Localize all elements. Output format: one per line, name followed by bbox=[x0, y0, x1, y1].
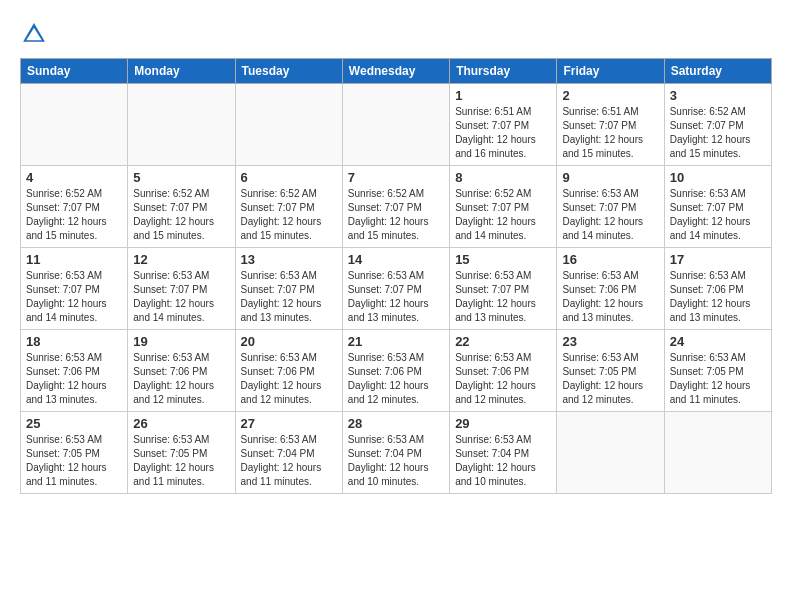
calendar-day-cell: 29Sunrise: 6:53 AM Sunset: 7:04 PM Dayli… bbox=[450, 412, 557, 494]
calendar-day-cell: 9Sunrise: 6:53 AM Sunset: 7:07 PM Daylig… bbox=[557, 166, 664, 248]
calendar-day-cell: 25Sunrise: 6:53 AM Sunset: 7:05 PM Dayli… bbox=[21, 412, 128, 494]
calendar-day-cell: 27Sunrise: 6:53 AM Sunset: 7:04 PM Dayli… bbox=[235, 412, 342, 494]
header-friday: Friday bbox=[557, 59, 664, 84]
day-number: 10 bbox=[670, 170, 766, 185]
calendar-day-cell: 2Sunrise: 6:51 AM Sunset: 7:07 PM Daylig… bbox=[557, 84, 664, 166]
day-info: Sunrise: 6:53 AM Sunset: 7:07 PM Dayligh… bbox=[133, 269, 229, 325]
calendar-day-cell bbox=[557, 412, 664, 494]
day-number: 9 bbox=[562, 170, 658, 185]
calendar-week-row: 1Sunrise: 6:51 AM Sunset: 7:07 PM Daylig… bbox=[21, 84, 772, 166]
day-number: 12 bbox=[133, 252, 229, 267]
day-number: 19 bbox=[133, 334, 229, 349]
calendar-day-cell: 28Sunrise: 6:53 AM Sunset: 7:04 PM Dayli… bbox=[342, 412, 449, 494]
day-info: Sunrise: 6:52 AM Sunset: 7:07 PM Dayligh… bbox=[670, 105, 766, 161]
calendar-day-cell bbox=[21, 84, 128, 166]
day-number: 17 bbox=[670, 252, 766, 267]
calendar-day-cell: 7Sunrise: 6:52 AM Sunset: 7:07 PM Daylig… bbox=[342, 166, 449, 248]
day-info: Sunrise: 6:53 AM Sunset: 7:07 PM Dayligh… bbox=[670, 187, 766, 243]
calendar-day-cell: 12Sunrise: 6:53 AM Sunset: 7:07 PM Dayli… bbox=[128, 248, 235, 330]
day-info: Sunrise: 6:52 AM Sunset: 7:07 PM Dayligh… bbox=[133, 187, 229, 243]
calendar-day-cell bbox=[235, 84, 342, 166]
day-number: 23 bbox=[562, 334, 658, 349]
calendar-day-cell: 1Sunrise: 6:51 AM Sunset: 7:07 PM Daylig… bbox=[450, 84, 557, 166]
day-info: Sunrise: 6:53 AM Sunset: 7:05 PM Dayligh… bbox=[133, 433, 229, 489]
calendar-day-cell: 13Sunrise: 6:53 AM Sunset: 7:07 PM Dayli… bbox=[235, 248, 342, 330]
day-info: Sunrise: 6:52 AM Sunset: 7:07 PM Dayligh… bbox=[455, 187, 551, 243]
calendar-day-cell: 6Sunrise: 6:52 AM Sunset: 7:07 PM Daylig… bbox=[235, 166, 342, 248]
day-info: Sunrise: 6:53 AM Sunset: 7:07 PM Dayligh… bbox=[26, 269, 122, 325]
calendar-day-cell: 3Sunrise: 6:52 AM Sunset: 7:07 PM Daylig… bbox=[664, 84, 771, 166]
calendar-day-cell: 19Sunrise: 6:53 AM Sunset: 7:06 PM Dayli… bbox=[128, 330, 235, 412]
day-number: 14 bbox=[348, 252, 444, 267]
calendar-day-cell: 5Sunrise: 6:52 AM Sunset: 7:07 PM Daylig… bbox=[128, 166, 235, 248]
calendar-day-cell: 4Sunrise: 6:52 AM Sunset: 7:07 PM Daylig… bbox=[21, 166, 128, 248]
calendar-day-cell: 17Sunrise: 6:53 AM Sunset: 7:06 PM Dayli… bbox=[664, 248, 771, 330]
logo bbox=[20, 20, 52, 48]
header-tuesday: Tuesday bbox=[235, 59, 342, 84]
calendar-day-cell: 11Sunrise: 6:53 AM Sunset: 7:07 PM Dayli… bbox=[21, 248, 128, 330]
calendar-week-row: 4Sunrise: 6:52 AM Sunset: 7:07 PM Daylig… bbox=[21, 166, 772, 248]
calendar-header-row: SundayMondayTuesdayWednesdayThursdayFrid… bbox=[21, 59, 772, 84]
day-info: Sunrise: 6:53 AM Sunset: 7:06 PM Dayligh… bbox=[348, 351, 444, 407]
calendar-day-cell: 10Sunrise: 6:53 AM Sunset: 7:07 PM Dayli… bbox=[664, 166, 771, 248]
day-number: 11 bbox=[26, 252, 122, 267]
day-number: 20 bbox=[241, 334, 337, 349]
day-info: Sunrise: 6:53 AM Sunset: 7:07 PM Dayligh… bbox=[455, 269, 551, 325]
day-info: Sunrise: 6:53 AM Sunset: 7:05 PM Dayligh… bbox=[670, 351, 766, 407]
calendar-day-cell bbox=[342, 84, 449, 166]
calendar-week-row: 25Sunrise: 6:53 AM Sunset: 7:05 PM Dayli… bbox=[21, 412, 772, 494]
day-number: 7 bbox=[348, 170, 444, 185]
day-number: 1 bbox=[455, 88, 551, 103]
day-number: 6 bbox=[241, 170, 337, 185]
header bbox=[20, 16, 772, 48]
calendar-day-cell: 18Sunrise: 6:53 AM Sunset: 7:06 PM Dayli… bbox=[21, 330, 128, 412]
header-sunday: Sunday bbox=[21, 59, 128, 84]
calendar-day-cell: 16Sunrise: 6:53 AM Sunset: 7:06 PM Dayli… bbox=[557, 248, 664, 330]
day-number: 29 bbox=[455, 416, 551, 431]
calendar-day-cell: 8Sunrise: 6:52 AM Sunset: 7:07 PM Daylig… bbox=[450, 166, 557, 248]
header-wednesday: Wednesday bbox=[342, 59, 449, 84]
day-info: Sunrise: 6:52 AM Sunset: 7:07 PM Dayligh… bbox=[348, 187, 444, 243]
day-info: Sunrise: 6:52 AM Sunset: 7:07 PM Dayligh… bbox=[241, 187, 337, 243]
logo-icon bbox=[20, 20, 48, 48]
day-info: Sunrise: 6:53 AM Sunset: 7:06 PM Dayligh… bbox=[241, 351, 337, 407]
day-number: 4 bbox=[26, 170, 122, 185]
day-info: Sunrise: 6:53 AM Sunset: 7:07 PM Dayligh… bbox=[241, 269, 337, 325]
calendar-day-cell bbox=[664, 412, 771, 494]
day-info: Sunrise: 6:53 AM Sunset: 7:07 PM Dayligh… bbox=[562, 187, 658, 243]
day-number: 25 bbox=[26, 416, 122, 431]
calendar-day-cell: 15Sunrise: 6:53 AM Sunset: 7:07 PM Dayli… bbox=[450, 248, 557, 330]
day-info: Sunrise: 6:53 AM Sunset: 7:04 PM Dayligh… bbox=[241, 433, 337, 489]
calendar-day-cell: 14Sunrise: 6:53 AM Sunset: 7:07 PM Dayli… bbox=[342, 248, 449, 330]
day-number: 18 bbox=[26, 334, 122, 349]
day-info: Sunrise: 6:53 AM Sunset: 7:06 PM Dayligh… bbox=[26, 351, 122, 407]
header-saturday: Saturday bbox=[664, 59, 771, 84]
day-number: 27 bbox=[241, 416, 337, 431]
day-number: 5 bbox=[133, 170, 229, 185]
calendar-day-cell: 24Sunrise: 6:53 AM Sunset: 7:05 PM Dayli… bbox=[664, 330, 771, 412]
day-info: Sunrise: 6:53 AM Sunset: 7:07 PM Dayligh… bbox=[348, 269, 444, 325]
day-number: 15 bbox=[455, 252, 551, 267]
day-info: Sunrise: 6:51 AM Sunset: 7:07 PM Dayligh… bbox=[562, 105, 658, 161]
header-thursday: Thursday bbox=[450, 59, 557, 84]
day-number: 21 bbox=[348, 334, 444, 349]
day-info: Sunrise: 6:53 AM Sunset: 7:06 PM Dayligh… bbox=[562, 269, 658, 325]
day-number: 22 bbox=[455, 334, 551, 349]
day-info: Sunrise: 6:52 AM Sunset: 7:07 PM Dayligh… bbox=[26, 187, 122, 243]
calendar-day-cell: 20Sunrise: 6:53 AM Sunset: 7:06 PM Dayli… bbox=[235, 330, 342, 412]
day-info: Sunrise: 6:53 AM Sunset: 7:05 PM Dayligh… bbox=[562, 351, 658, 407]
calendar-table: SundayMondayTuesdayWednesdayThursdayFrid… bbox=[20, 58, 772, 494]
day-number: 2 bbox=[562, 88, 658, 103]
day-info: Sunrise: 6:53 AM Sunset: 7:06 PM Dayligh… bbox=[455, 351, 551, 407]
day-info: Sunrise: 6:53 AM Sunset: 7:04 PM Dayligh… bbox=[455, 433, 551, 489]
calendar-week-row: 11Sunrise: 6:53 AM Sunset: 7:07 PM Dayli… bbox=[21, 248, 772, 330]
day-number: 16 bbox=[562, 252, 658, 267]
day-info: Sunrise: 6:53 AM Sunset: 7:06 PM Dayligh… bbox=[670, 269, 766, 325]
calendar-day-cell: 21Sunrise: 6:53 AM Sunset: 7:06 PM Dayli… bbox=[342, 330, 449, 412]
day-number: 13 bbox=[241, 252, 337, 267]
day-info: Sunrise: 6:53 AM Sunset: 7:06 PM Dayligh… bbox=[133, 351, 229, 407]
day-number: 24 bbox=[670, 334, 766, 349]
day-number: 8 bbox=[455, 170, 551, 185]
calendar-day-cell: 22Sunrise: 6:53 AM Sunset: 7:06 PM Dayli… bbox=[450, 330, 557, 412]
calendar-day-cell: 23Sunrise: 6:53 AM Sunset: 7:05 PM Dayli… bbox=[557, 330, 664, 412]
